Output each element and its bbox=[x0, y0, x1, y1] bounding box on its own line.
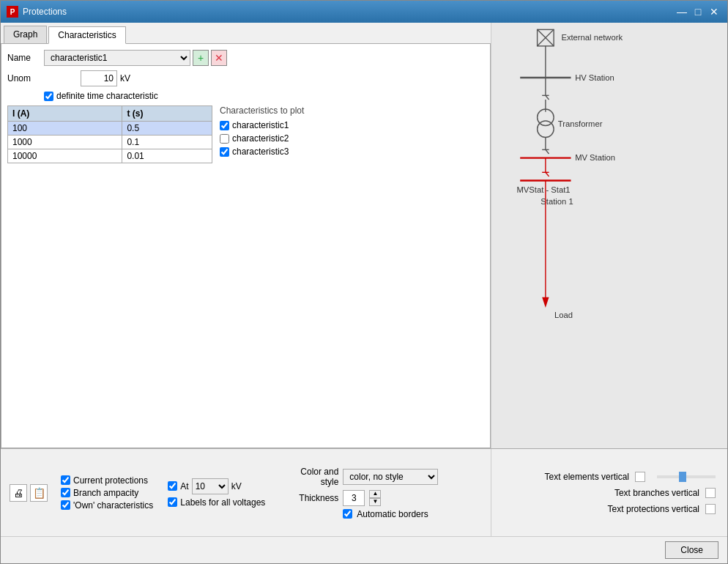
table-row[interactable]: 100 0.5 bbox=[8, 122, 212, 136]
kv-label: kV bbox=[231, 481, 242, 491]
current-protections-checkbox[interactable] bbox=[61, 475, 70, 485]
color-style-row: Color and style color, no style bbox=[280, 467, 438, 487]
char-label-2: characteristic2 bbox=[232, 133, 289, 144]
char-checkbox-1[interactable] bbox=[220, 121, 229, 130]
bottom-icons-row: 🖨 📋 Current protections Branch ampacity bbox=[10, 467, 482, 519]
svg-line-9 bbox=[546, 95, 549, 100]
cell-i: 10000 bbox=[8, 149, 122, 163]
definite-time-label: definite time characteristic bbox=[56, 91, 158, 101]
cell-t: 0.5 bbox=[122, 122, 212, 136]
cell-t: 0.1 bbox=[122, 136, 212, 149]
panel-body: Name characteristic1 characteristic2 cha… bbox=[1, 44, 491, 448]
print-icon[interactable]: 🖨 bbox=[10, 484, 27, 502]
svg-marker-26 bbox=[542, 297, 549, 308]
svg-text:MV Station: MV Station bbox=[575, 153, 615, 162]
char-section-title: Characteristics to plot bbox=[220, 105, 484, 116]
close-row: Close bbox=[1, 536, 727, 563]
text-branches-vertical-checkbox[interactable] bbox=[705, 488, 716, 498]
current-protections-item: Current protections bbox=[61, 475, 153, 486]
window-title: Protections bbox=[23, 7, 673, 17]
at-select[interactable]: 10 bbox=[192, 478, 229, 494]
current-protections-label: Current protections bbox=[73, 475, 148, 486]
add-button[interactable]: + bbox=[193, 50, 209, 66]
labels-voltages-label: Labels for all voltages bbox=[180, 497, 265, 508]
unom-unit: kV bbox=[120, 73, 130, 84]
text-elements-vertical-row: Text elements vertical bbox=[503, 472, 716, 482]
thickness-label: Thickness bbox=[280, 493, 338, 503]
svg-text:MVStat - Stat1: MVStat - Stat1 bbox=[516, 185, 570, 194]
unom-label: Unom bbox=[7, 73, 44, 84]
text-elements-vertical-checkbox[interactable] bbox=[635, 472, 645, 482]
svg-point-12 bbox=[538, 121, 554, 137]
svg-text:Transformer: Transformer bbox=[558, 119, 603, 128]
own-characteristics-checkbox[interactable] bbox=[61, 500, 70, 510]
content-area: I (A) t (s) 100 0.5 1000 bbox=[7, 105, 484, 442]
tab-graph[interactable]: Graph bbox=[4, 26, 47, 43]
name-row: Name characteristic1 characteristic2 cha… bbox=[7, 50, 484, 66]
svg-line-16 bbox=[546, 149, 549, 154]
name-label: Name bbox=[7, 53, 44, 63]
color-style-select[interactable]: color, no style bbox=[343, 469, 438, 485]
char-checkbox-3[interactable] bbox=[220, 147, 229, 157]
copy-icon[interactable]: 📋 bbox=[30, 484, 48, 502]
char-section: Characteristics to plot characteristic1 … bbox=[220, 105, 484, 442]
cell-t: 0.01 bbox=[122, 149, 212, 163]
definite-time-checkbox[interactable] bbox=[44, 92, 53, 101]
tab-characteristics[interactable]: Characteristics bbox=[48, 26, 125, 44]
name-select[interactable]: characteristic1 characteristic2 characte… bbox=[44, 50, 190, 66]
cell-i: 100 bbox=[8, 122, 122, 136]
text-protections-vertical-checkbox[interactable] bbox=[705, 504, 716, 514]
col-i-header: I (A) bbox=[8, 106, 122, 122]
svg-line-21 bbox=[546, 172, 549, 177]
maximize-button[interactable]: □ bbox=[691, 4, 705, 19]
close-window-button[interactable]: ✕ bbox=[707, 4, 721, 19]
bottom-left-panel: 🖨 📋 Current protections Branch ampacity bbox=[1, 449, 491, 536]
title-bar: P Protections — □ ✕ bbox=[1, 1, 727, 23]
text-elements-slider[interactable] bbox=[657, 475, 716, 478]
auto-borders-row: Automatic borders bbox=[280, 509, 438, 519]
unom-row: Unom kV bbox=[7, 70, 484, 86]
char-item-2: characteristic2 bbox=[220, 133, 484, 144]
table-row[interactable]: 1000 0.1 bbox=[8, 136, 212, 149]
unom-input[interactable] bbox=[81, 70, 117, 86]
text-elements-vertical-label: Text elements vertical bbox=[503, 472, 629, 482]
auto-borders-label: Automatic borders bbox=[357, 509, 428, 519]
tab-bar: Graph Characteristics bbox=[1, 23, 491, 44]
delete-button[interactable]: ✕ bbox=[211, 50, 227, 66]
text-protections-vertical-row: Text protections vertical bbox=[503, 504, 716, 514]
text-branches-vertical-label: Text branches vertical bbox=[503, 488, 699, 498]
at-checkbox[interactable] bbox=[168, 481, 177, 491]
at-label: At bbox=[180, 481, 188, 491]
diagram-svg: External network HV Station Tra bbox=[491, 23, 727, 448]
bottom-bar: 🖨 📋 Current protections Branch ampacity bbox=[1, 448, 727, 536]
labels-voltages-checkbox[interactable] bbox=[168, 497, 177, 507]
text-branches-vertical-row: Text branches vertical bbox=[503, 488, 716, 498]
branch-ampacity-item: Branch ampacity bbox=[61, 488, 153, 498]
char-checkbox-2[interactable] bbox=[220, 134, 229, 144]
diagram-panel: External network HV Station Tra bbox=[491, 23, 727, 448]
left-panel: Graph Characteristics Name characteristi… bbox=[1, 23, 491, 448]
branch-ampacity-checkbox[interactable] bbox=[61, 488, 70, 497]
main-window: P Protections — □ ✕ Graph Characteristic… bbox=[0, 0, 728, 564]
char-label-3: characteristic3 bbox=[232, 146, 289, 157]
text-protections-vertical-label: Text protections vertical bbox=[503, 504, 699, 514]
auto-borders-checkbox[interactable] bbox=[343, 509, 352, 519]
main-content: Graph Characteristics Name characteristi… bbox=[1, 23, 727, 448]
definite-time-row: definite time characteristic bbox=[44, 91, 484, 101]
thickness-input[interactable] bbox=[343, 490, 365, 506]
table-row[interactable]: 10000 0.01 bbox=[8, 149, 212, 163]
svg-text:External network: External network bbox=[561, 33, 623, 42]
close-button[interactable]: Close bbox=[665, 541, 718, 559]
cell-i: 1000 bbox=[8, 136, 122, 149]
minimize-button[interactable]: — bbox=[675, 4, 689, 19]
app-icon: P bbox=[7, 6, 18, 18]
own-characteristics-item: 'Own' characteristics bbox=[61, 500, 153, 511]
thickness-up-button[interactable]: ▲ bbox=[369, 490, 381, 498]
thickness-down-button[interactable]: ▼ bbox=[369, 498, 381, 506]
thickness-spinner: ▲ ▼ bbox=[369, 490, 381, 506]
own-characteristics-label: 'Own' characteristics bbox=[73, 500, 153, 511]
left-checkboxes: Current protections Branch ampacity 'Own… bbox=[61, 475, 153, 511]
thickness-row: Thickness ▲ ▼ bbox=[280, 490, 438, 506]
col-t-header: t (s) bbox=[122, 106, 212, 122]
color-style-label: Color and style bbox=[280, 467, 338, 487]
